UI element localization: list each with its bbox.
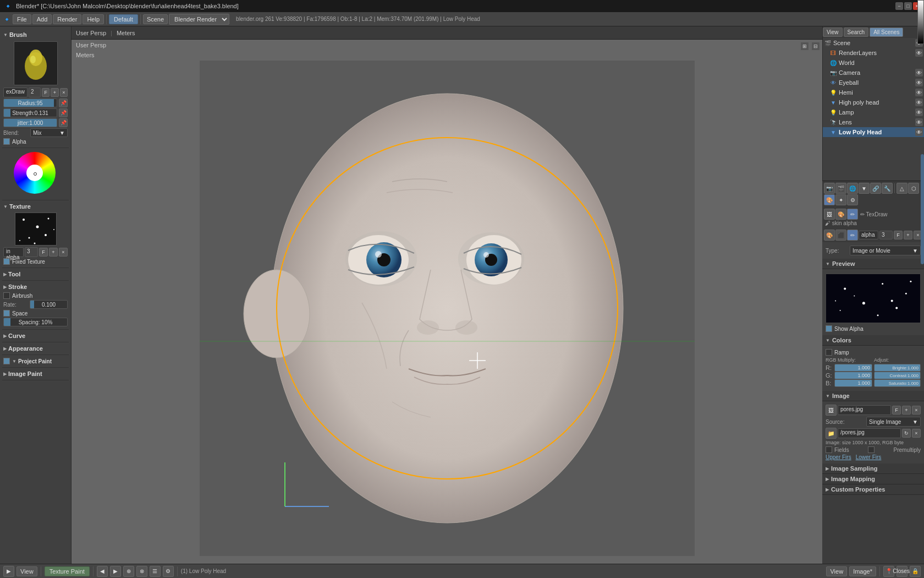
project-paint-checkbox[interactable] <box>3 358 10 364</box>
props-data-btn[interactable]: △ <box>897 183 908 194</box>
props-textures-btn[interactable]: 🎨 <box>824 194 835 205</box>
props-physics-btn[interactable]: ⚙ <box>847 194 858 205</box>
strength-pin[interactable]: 📌 <box>59 108 68 117</box>
props-particles-btn[interactable]: ✦ <box>835 194 846 205</box>
blend-select[interactable]: Mix ▼ <box>30 128 68 137</box>
space-checkbox[interactable] <box>3 310 10 317</box>
file-menu[interactable]: File <box>13 14 31 24</box>
image-mapping-header[interactable]: Image Mapping <box>822 474 924 484</box>
eyeball-eye[interactable]: 👁 <box>915 79 923 86</box>
props-btn2-3[interactable]: ✏ <box>847 209 858 220</box>
add-menu[interactable]: Add <box>32 14 52 24</box>
lens-item[interactable]: 🔭 Lens 👁 <box>823 117 924 127</box>
path-x-btn[interactable]: × <box>912 429 921 438</box>
render-menu[interactable]: Render <box>53 14 81 24</box>
viewport-maximize[interactable]: ⊞ <box>800 42 809 51</box>
hemi-eye[interactable]: 👁 <box>915 89 923 96</box>
radius-pin[interactable]: 📌 <box>59 99 68 107</box>
bottom-view-right[interactable]: View <box>826 566 847 576</box>
rate-slider[interactable]: 0.100 <box>30 300 68 309</box>
props-constraints-btn[interactable]: 🔗 <box>870 183 881 194</box>
maximize-button[interactable]: □ <box>904 2 912 10</box>
texture-name-field[interactable]: in alpha <box>3 247 24 257</box>
colors-header[interactable]: Colors <box>822 335 924 346</box>
fields-checkbox[interactable] <box>826 446 832 453</box>
bottom-anim-btn[interactable]: ▶ <box>3 566 14 577</box>
brush-name-field[interactable]: exDraw <box>3 88 28 97</box>
jitter-pin[interactable]: 📌 <box>59 118 68 127</box>
render-engine[interactable]: Blender Render <box>169 14 229 25</box>
stroke-header[interactable]: Stroke <box>3 282 68 291</box>
contrast-slider[interactable]: Contrast: 1.000 <box>874 372 921 379</box>
bottom-interp-select[interactable]: Closest <box>897 566 908 577</box>
renderlayers-eye[interactable]: 👁 <box>915 49 923 57</box>
bottom-view-btn[interactable]: View <box>16 566 37 576</box>
color-wheel[interactable] <box>14 152 56 194</box>
r-slider[interactable]: 1.000 <box>834 364 872 372</box>
lamp-eye[interactable]: 👁 <box>915 108 923 116</box>
lamp-item[interactable]: 💡 Lamp 👁 <box>823 107 924 117</box>
image-thumb-btn[interactable]: 🖼 <box>826 405 837 416</box>
uv-upper-link[interactable]: Upper Firs <box>826 454 851 460</box>
props-btn2-2[interactable]: 🎨 <box>835 209 846 220</box>
minimize-button[interactable]: − <box>895 2 903 10</box>
tool-header[interactable]: Tool <box>3 270 68 279</box>
props-sub-3[interactable]: ✏ <box>847 230 858 241</box>
preview-header[interactable]: Preview <box>822 259 924 269</box>
renderlayers-item[interactable]: 🎞 RenderLayers 👁 <box>823 48 924 58</box>
viewport-3d[interactable]: ⊞ ⊟ User Persp Meters <box>72 40 822 564</box>
hemi-item[interactable]: 💡 Hemi 👁 <box>823 88 924 97</box>
jitter-slider[interactable]: jitter: 1.000 <box>3 118 57 127</box>
type-select[interactable]: Image or Movie ▼ <box>850 246 921 255</box>
image-header[interactable]: Image <box>822 391 924 401</box>
layout-select[interactable]: Default <box>109 14 138 24</box>
eyeball-item[interactable]: 👁 Eyeball 👁 <box>823 78 924 88</box>
brush-x-btn[interactable]: × <box>60 88 68 97</box>
radius-slider[interactable]: Radius: 95 <box>3 99 57 107</box>
viewport-minimize[interactable]: ⊟ <box>811 42 820 51</box>
bottom-btn1[interactable]: ◀ <box>97 566 108 577</box>
view-tab[interactable]: View <box>823 28 843 37</box>
path-reload-btn[interactable]: ↻ <box>902 429 911 438</box>
texture-x-btn[interactable]: × <box>59 248 68 257</box>
alpha-add-btn[interactable]: + <box>904 231 912 239</box>
brush-add-btn[interactable]: + <box>51 88 58 97</box>
airbrush-checkbox[interactable] <box>3 292 10 299</box>
brush-num[interactable]: 2 <box>29 88 41 97</box>
lowpoly-item[interactable]: ▼ Low Poly Head 👁 <box>823 127 924 137</box>
camera-item[interactable]: 📷 Camera 👁 <box>823 68 924 78</box>
texture-f-btn[interactable]: F <box>39 248 48 257</box>
bottom-btn3[interactable]: ⊕ <box>123 566 134 577</box>
show-alpha-checkbox[interactable] <box>826 325 832 332</box>
path-field[interactable]: /pores.jpg <box>838 428 901 438</box>
bottom-btn2[interactable]: ▶ <box>110 566 121 577</box>
image-f-btn[interactable]: F <box>892 406 901 415</box>
help-menu[interactable]: Help <box>82 14 104 24</box>
premult-checkbox[interactable] <box>868 446 875 453</box>
bottom-btn4[interactable]: ⊗ <box>136 566 147 577</box>
scene-label[interactable]: Scene <box>143 14 168 24</box>
path-folder-btn[interactable]: 📁 <box>826 428 837 439</box>
sat-slider[interactable]: Saturatio: 1.000 <box>874 379 921 387</box>
props-object-btn[interactable]: ▼ <box>859 183 870 194</box>
project-paint-header[interactable]: Project Paint <box>12 358 52 364</box>
alpha-num-field[interactable]: 3 <box>879 231 893 239</box>
alpha-f-btn[interactable]: F <box>894 231 903 239</box>
image-name-field[interactable]: pores.jpg <box>838 405 891 415</box>
texture-header[interactable]: Texture <box>3 202 68 211</box>
props-materials-btn[interactable]: ⬡ <box>908 183 919 194</box>
bottom-btn6[interactable]: ⚙ <box>163 566 174 577</box>
props-render-btn[interactable]: 📷 <box>824 183 835 194</box>
props-world-btn[interactable]: 🌐 <box>847 183 858 194</box>
highpoly-eye[interactable]: 👁 <box>915 99 923 106</box>
color-picker-dot[interactable] <box>34 172 37 176</box>
props-sub-2[interactable]: ⬛ <box>835 230 846 241</box>
image-sampling-header[interactable]: Image Sampling <box>822 464 924 474</box>
fixed-texture-checkbox[interactable] <box>3 258 10 265</box>
spacing-slider[interactable]: Spacing: 10% <box>3 318 68 326</box>
brush-f-btn[interactable]: F <box>42 88 50 97</box>
bright-slider[interactable]: Brighte: 1.000 <box>874 364 921 372</box>
props-btn2-1[interactable]: 🖼 <box>824 209 835 220</box>
ramp-checkbox[interactable] <box>826 349 832 356</box>
image-paint-header[interactable]: Image Paint <box>3 369 68 378</box>
